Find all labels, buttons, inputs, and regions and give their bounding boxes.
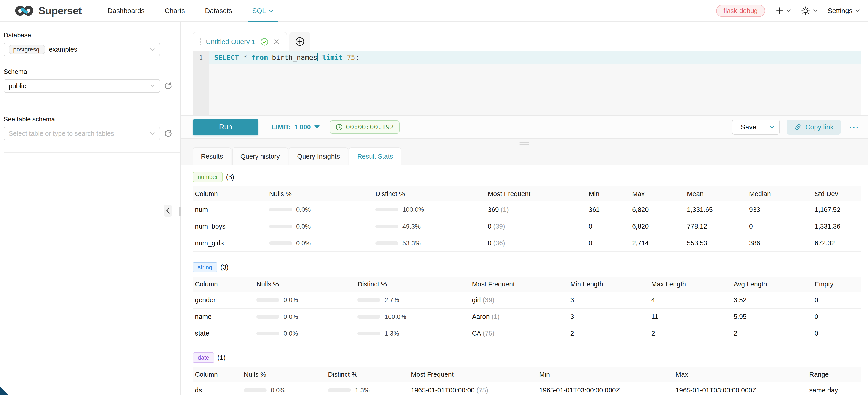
cell-value: 2 <box>568 325 649 342</box>
distinct-bar-label: 2.7% <box>384 296 399 304</box>
save-button[interactable]: Save <box>733 120 765 134</box>
column-header: Min <box>537 367 673 382</box>
nulls-bar: 0.0% <box>256 313 352 321</box>
superset-logo[interactable]: Superset <box>14 4 82 18</box>
new-query-tab-button[interactable] <box>289 32 310 51</box>
nulls-bar-label: 0.0% <box>296 206 311 213</box>
nav-label: Dashboards <box>107 7 145 14</box>
progress-bar-track <box>256 298 279 302</box>
column-header: Nulls % <box>267 186 373 202</box>
cell-most-frequent: 0 (36) <box>486 235 586 251</box>
nav-item-sql[interactable]: SQL <box>242 0 284 22</box>
nulls-bar-label: 0.0% <box>283 296 298 304</box>
tab-query-insights[interactable]: Query Insights <box>289 147 348 165</box>
table-row: num_girls0.0%53.3%0 (36)02,714553.533866… <box>193 235 861 251</box>
more-actions-button[interactable]: ··· <box>848 123 861 132</box>
close-tab-icon[interactable] <box>273 39 280 45</box>
stats-table-number: ColumnNulls %Distinct %Most FrequentMinM… <box>193 186 861 252</box>
stats-section-string: string(3)ColumnNulls %Distinct %Most Fre… <box>193 262 861 342</box>
collapse-sidebar-button[interactable] <box>164 205 172 217</box>
most-frequent-value: 369 <box>488 206 499 213</box>
clock-icon <box>336 123 343 131</box>
sidebar-resize-handle[interactable] <box>179 207 181 216</box>
copy-link-button[interactable]: Copy link <box>787 120 841 134</box>
database-select[interactable]: postgresql examples <box>4 42 160 56</box>
refresh-tables-icon[interactable] <box>164 129 172 138</box>
query-tab[interactable]: Untitled Query 1 <box>193 32 287 51</box>
cell-column-name: state <box>193 325 254 342</box>
save-options-caret[interactable] <box>765 120 779 134</box>
column-header: Mean <box>685 186 747 202</box>
schema-label: Schema <box>4 68 180 75</box>
most-frequent-value: 0 <box>488 223 491 230</box>
cell-value: 2,714 <box>630 235 685 251</box>
column-header: Min Length <box>568 277 649 292</box>
nulls-bar-label: 0.0% <box>283 330 298 337</box>
column-header: Column <box>193 367 242 382</box>
tab-label: Query history <box>241 153 280 160</box>
column-header: Most Frequent <box>486 186 586 202</box>
query-elapsed-timer: 00:00:00.192 <box>330 120 400 134</box>
cell-column-name: num_boys <box>193 218 267 235</box>
nav-item-dashboards[interactable]: Dashboards <box>98 0 155 22</box>
progress-bar-track <box>375 208 398 211</box>
column-header: Most Frequent <box>409 367 537 382</box>
elapsed-time: 00:00:00.192 <box>346 123 394 131</box>
nulls-bar-label: 0.0% <box>271 387 285 394</box>
progress-bar-track <box>256 315 279 318</box>
sql-lab-sidebar: Database postgresql examples Schema publ… <box>0 22 181 395</box>
save-split-button: Save <box>732 120 780 134</box>
run-query-button[interactable]: Run <box>193 119 258 135</box>
nulls-bar-label: 0.0% <box>283 313 298 321</box>
cell-distinct-pct: 100.0% <box>373 202 486 218</box>
distinct-bar: 100.0% <box>358 313 466 321</box>
nav-item-datasets[interactable]: Datasets <box>195 0 242 22</box>
database-label: Database <box>4 32 180 39</box>
column-header: Most Frequent <box>470 277 568 292</box>
sql-code-editor[interactable]: 1 SELECT * from birth_names limit 75; <box>193 51 861 116</box>
section-heading: number(3) <box>193 172 861 182</box>
pane-resize-handle[interactable] <box>520 142 529 145</box>
nulls-bar: 0.0% <box>244 387 323 394</box>
most-frequent-value: CA <box>472 330 481 337</box>
cell-value: 386 <box>747 235 812 251</box>
sql-token: limit <box>322 54 343 61</box>
cell-value: 1,331.65 <box>685 202 747 218</box>
chevron-down-icon <box>150 132 155 135</box>
refresh-schemas-icon[interactable] <box>164 82 172 90</box>
nav-label: Charts <box>165 7 185 14</box>
tab-result-stats[interactable]: Result Stats <box>349 147 401 165</box>
cell-value: 0 <box>812 325 861 342</box>
distinct-bar: 2.7% <box>358 296 466 304</box>
drag-handle-icon[interactable] <box>200 38 202 45</box>
nav-item-charts[interactable]: Charts <box>155 0 195 22</box>
stats-table-date: ColumnNulls %Distinct %Most FrequentMinM… <box>193 367 861 395</box>
cell-value: 1,331.36 <box>812 218 861 235</box>
new-item-menu[interactable] <box>776 7 791 14</box>
cell-column-name: num_girls <box>193 235 267 251</box>
table-header-row: ColumnNulls %Distinct %Most FrequentMinM… <box>193 186 861 202</box>
cell-value: 553.53 <box>685 235 747 251</box>
cell-value: 778.12 <box>685 218 747 235</box>
progress-bar-track <box>256 332 279 335</box>
cell-value: 1965-01-01T03:00:00.000Z <box>673 382 807 395</box>
cell-value: 933 <box>747 202 812 218</box>
settings-menu[interactable]: Settings <box>828 7 860 14</box>
schema-select[interactable]: public <box>4 79 160 93</box>
editor-code-area[interactable]: SELECT * from birth_names limit 75; <box>209 51 861 116</box>
column-count: (3) <box>226 173 234 181</box>
limit-value: 1 000 <box>294 123 311 131</box>
tab-results[interactable]: Results <box>193 147 231 165</box>
tab-query-history[interactable]: Query history <box>232 147 288 165</box>
table-select[interactable]: Select table or type to search tables <box>4 127 160 140</box>
limit-dropdown[interactable]: LIMIT: 1 000 <box>272 123 319 131</box>
cell-value: 6,820 <box>630 218 685 235</box>
table-row: gender0.0%2.7%girl (39)343.520 <box>193 292 861 308</box>
table-row: name0.0%100.0%Aaron (1)3115.950 <box>193 308 861 325</box>
results-pane: Results Query history Query Insights Res… <box>181 139 868 395</box>
column-header: Empty <box>812 277 861 292</box>
distinct-bar-label: 1.3% <box>355 387 370 394</box>
progress-bar-track <box>358 298 380 302</box>
theme-menu[interactable] <box>801 6 817 15</box>
cell-value: 3 <box>568 292 649 308</box>
